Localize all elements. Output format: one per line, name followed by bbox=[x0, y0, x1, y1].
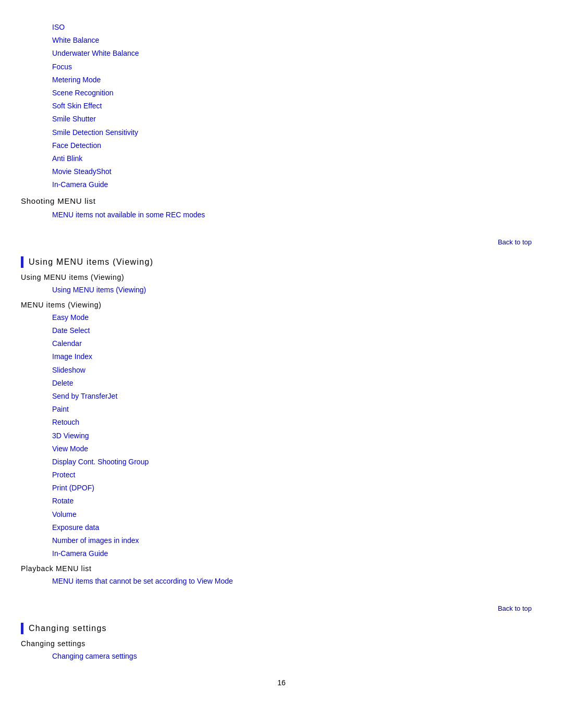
changing-settings-links: Changing camera settings bbox=[21, 650, 542, 663]
link-easy-mode[interactable]: Easy Mode bbox=[52, 311, 542, 324]
blue-bar-viewing bbox=[21, 256, 23, 268]
link-white-balance[interactable]: White Balance bbox=[52, 34, 542, 47]
viewing-using-links: Using MENU items (Viewing) bbox=[21, 283, 542, 297]
viewing-title: Using MENU items (Viewing) bbox=[29, 257, 153, 267]
link-smile-shutter[interactable]: Smile Shutter bbox=[52, 113, 542, 126]
link-in-camera-guide-shooting[interactable]: In-Camera Guide bbox=[52, 178, 542, 191]
link-date-select[interactable]: Date Select bbox=[52, 324, 542, 337]
link-iso[interactable]: ISO bbox=[52, 21, 542, 34]
back-to-top-2: Back to top bbox=[21, 604, 542, 612]
link-movie-steadyshot[interactable]: Movie SteadyShot bbox=[52, 165, 542, 178]
link-changing-camera-settings[interactable]: Changing camera settings bbox=[52, 650, 542, 663]
link-view-mode[interactable]: View Mode bbox=[52, 442, 542, 455]
link-display-cont-shooting-group[interactable]: Display Cont. Shooting Group bbox=[52, 455, 542, 468]
viewing-title-block: Using MENU items (Viewing) bbox=[21, 256, 542, 268]
link-focus[interactable]: Focus bbox=[52, 60, 542, 73]
link-exposure-data[interactable]: Exposure data bbox=[52, 521, 542, 534]
shooting-menu-list-links: MENU items not available in some REC mod… bbox=[21, 208, 542, 221]
link-using-menu-items-viewing[interactable]: Using MENU items (Viewing) bbox=[52, 283, 542, 297]
link-print-dpof[interactable]: Print (DPOF) bbox=[52, 482, 542, 495]
page-container: ISO White Balance Underwater White Balan… bbox=[0, 10, 563, 697]
link-send-by-transferjet[interactable]: Send by TransferJet bbox=[52, 390, 542, 403]
changing-settings-section: Changing settings Changing settings Chan… bbox=[21, 623, 542, 663]
link-menu-items-not-available[interactable]: MENU items not available in some REC mod… bbox=[52, 208, 542, 221]
playback-menu-list-header: Playback MENU list bbox=[21, 564, 542, 573]
link-scene-recognition[interactable]: Scene Recognition bbox=[52, 87, 542, 100]
link-soft-skin-effect[interactable]: Soft Skin Effect bbox=[52, 100, 542, 113]
blue-bar-changing bbox=[21, 623, 23, 634]
link-underwater-white-balance[interactable]: Underwater White Balance bbox=[52, 47, 542, 60]
shooting-links-list: ISO White Balance Underwater White Balan… bbox=[21, 21, 542, 191]
playback-menu-list-links: MENU items that cannot be set according … bbox=[21, 575, 542, 588]
shooting-links-section: ISO White Balance Underwater White Balan… bbox=[21, 21, 542, 222]
link-paint[interactable]: Paint bbox=[52, 403, 542, 416]
link-metering-mode[interactable]: Metering Mode bbox=[52, 73, 542, 87]
viewing-links-list: Easy Mode Date Select Calendar Image Ind… bbox=[21, 311, 542, 561]
link-3d-viewing[interactable]: 3D Viewing bbox=[52, 429, 542, 442]
link-anti-blink[interactable]: Anti Blink bbox=[52, 152, 542, 165]
page-number: 16 bbox=[21, 678, 542, 687]
changing-settings-title-block: Changing settings bbox=[21, 623, 542, 634]
link-in-camera-guide-viewing[interactable]: In-Camera Guide bbox=[52, 547, 542, 560]
link-calendar[interactable]: Calendar bbox=[52, 337, 542, 350]
link-slideshow[interactable]: Slideshow bbox=[52, 364, 542, 377]
back-to-top-1: Back to top bbox=[21, 238, 542, 246]
back-to-top-link-1[interactable]: Back to top bbox=[498, 238, 532, 246]
link-smile-detection-sensitivity[interactable]: Smile Detection Sensitivity bbox=[52, 126, 542, 139]
changing-settings-title: Changing settings bbox=[29, 624, 107, 633]
link-rotate[interactable]: Rotate bbox=[52, 495, 542, 508]
link-delete[interactable]: Delete bbox=[52, 377, 542, 390]
back-to-top-link-2[interactable]: Back to top bbox=[498, 604, 532, 612]
changing-settings-subheader: Changing settings bbox=[21, 639, 542, 648]
shooting-menu-list-header: Shooting MENU list bbox=[21, 196, 542, 205]
link-volume[interactable]: Volume bbox=[52, 508, 542, 521]
link-number-of-images-in-index[interactable]: Number of images in index bbox=[52, 534, 542, 547]
link-retouch[interactable]: Retouch bbox=[52, 416, 542, 429]
link-face-detection[interactable]: Face Detection bbox=[52, 139, 542, 152]
link-image-index[interactable]: Image Index bbox=[52, 350, 542, 363]
viewing-section: Using MENU items (Viewing) Using MENU it… bbox=[21, 256, 542, 588]
menu-items-viewing-header: MENU items (Viewing) bbox=[21, 301, 542, 309]
link-menu-items-view-mode[interactable]: MENU items that cannot be set according … bbox=[52, 575, 542, 588]
viewing-subheader: Using MENU items (Viewing) bbox=[21, 273, 542, 281]
link-protect[interactable]: Protect bbox=[52, 468, 542, 482]
